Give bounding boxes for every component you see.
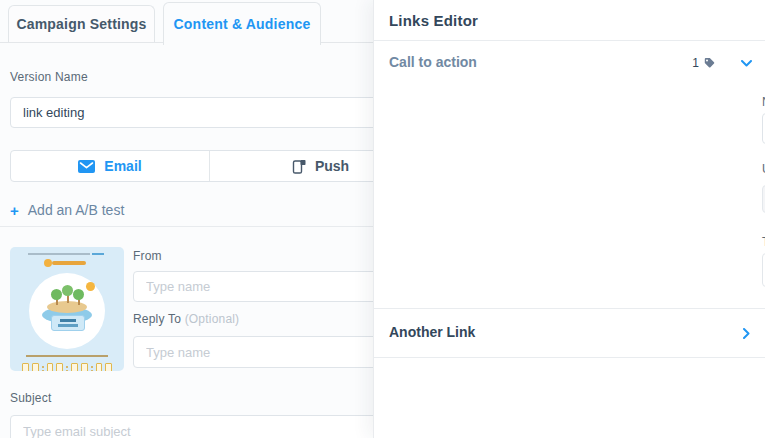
thumb-badge-line [60, 319, 76, 322]
thumb-headline-link-line [92, 253, 104, 255]
links-editor-drawer: Links Editor Call to action 1 Name URL V… [373, 0, 765, 438]
subject-label: Subject [10, 391, 51, 405]
thumb-headline-line [28, 253, 90, 255]
channel-email-button[interactable]: Email [11, 151, 210, 181]
thumb-badge-line [58, 324, 78, 327]
thumb-palm-trunk [67, 295, 69, 303]
thumb-island-circle [29, 273, 105, 349]
thumb-logo-script [52, 261, 86, 265]
expand-another-link-button[interactable] [739, 326, 753, 340]
thumb-palm-tree [51, 289, 62, 300]
chevron-right-icon [743, 328, 750, 339]
chevron-down-icon [741, 60, 752, 67]
campaign-editor: Campaign Settings Content & Audience Ver… [0, 0, 765, 438]
reply-to-label-text: Reply To [133, 312, 181, 326]
drawer-divider [374, 357, 765, 358]
thumb-summer-sale-badge [51, 315, 85, 331]
add-ab-test-label: Add an A/B test [28, 202, 125, 218]
thumb-countdown-boxes [22, 363, 112, 371]
link-section-header[interactable]: Call to action 1 [374, 50, 765, 76]
thumb-logo-sun [44, 259, 52, 267]
links-editor-title: Links Editor [389, 12, 478, 29]
channel-push-label: Push [315, 158, 349, 174]
another-link-title: Another Link [389, 324, 475, 340]
version-name-label: Version Name [10, 70, 88, 84]
from-label: From [133, 249, 162, 263]
tag-icon [703, 57, 715, 69]
reply-to-label: Reply To (Optional) [133, 312, 239, 326]
tab-content-audience-label: Content & Audience [174, 16, 311, 32]
add-ab-test-link[interactable]: + Add an A/B test [10, 202, 124, 218]
email-preview-thumbnail[interactable] [10, 247, 124, 371]
tab-content-audience[interactable]: Content & Audience [163, 2, 321, 45]
tab-campaign-settings-label: Campaign Settings [16, 16, 146, 32]
thumb-countdown-caption-line [26, 355, 108, 357]
email-icon [78, 160, 95, 173]
collapse-section-button[interactable] [739, 56, 753, 70]
plus-icon: + [10, 203, 19, 218]
thumb-sun [86, 282, 95, 291]
link-section-title: Call to action [389, 54, 477, 70]
channel-email-label: Email [104, 158, 141, 174]
reply-to-optional-text: (Optional) [185, 312, 240, 326]
link-tag-count: 1 [692, 56, 715, 70]
tab-campaign-settings[interactable]: Campaign Settings [8, 5, 155, 42]
thumb-palm-tree [73, 289, 84, 300]
link-tag-count-value: 1 [692, 56, 699, 70]
push-icon [291, 159, 306, 174]
thumb-palm-tree [62, 285, 73, 296]
drawer-divider [374, 40, 765, 41]
another-link-row[interactable]: Another Link [374, 308, 765, 357]
